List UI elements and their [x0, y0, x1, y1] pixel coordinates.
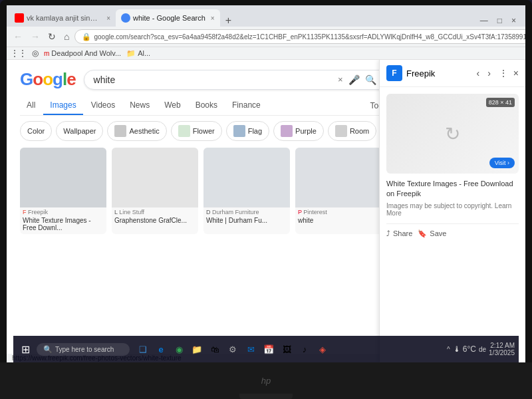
tab-google-search[interactable]: white - Google Search ×: [116, 9, 220, 27]
back-button[interactable]: ←: [11, 30, 25, 43]
chip-wallpaper[interactable]: Wallpaper: [56, 121, 103, 141]
youtube-tab-label: vk kamlaya anjit singh lyrics #v...: [27, 14, 101, 22]
tab-finance[interactable]: Finance: [225, 96, 267, 115]
lock-icon: 🔒: [82, 33, 91, 41]
panel-menu-button[interactable]: ⋮: [496, 66, 511, 80]
chip-purple-label: Purple: [295, 127, 317, 135]
chip-aesthetic[interactable]: Aesthetic: [107, 121, 166, 141]
freepik-logo-letter: F: [392, 68, 396, 78]
tab-books[interactable]: Books: [189, 96, 224, 115]
tab-news[interactable]: News: [123, 96, 156, 115]
panel-image-badge: 828 × 41: [486, 98, 515, 107]
search-box[interactable]: white × 🎤 🔍 🔍: [84, 70, 403, 90]
youtube-tab-close[interactable]: ×: [106, 15, 110, 22]
screen: vk kamlaya anjit singh lyrics #v... × wh…: [7, 5, 525, 362]
image-thumb-freepik: [20, 148, 106, 207]
image-title-freepik: White Texture Images - Free Downl...: [20, 215, 106, 234]
taskbar-icon-calendar[interactable]: 📅: [261, 341, 277, 357]
image-source-linestuff: L Line Stuff: [112, 207, 198, 215]
chip-flower[interactable]: Flower: [171, 121, 222, 141]
logo-o1: o: [33, 69, 43, 89]
chip-room-label: Room: [350, 127, 369, 135]
google-tab-label: white - Google Search: [133, 14, 205, 22]
linestuff-source-icon: L: [114, 209, 118, 215]
extensions-icon[interactable]: ◎: [32, 49, 39, 58]
start-button[interactable]: ⊞: [17, 340, 34, 358]
taskbar-icon-photos[interactable]: 🖼: [279, 341, 295, 357]
panel-save-button[interactable]: 🔖 Save: [418, 229, 446, 238]
side-panel-header: F Freepik ‹ › ⋮ ×: [380, 60, 525, 87]
bookmark-deadpool[interactable]: m Deadpool And Wolv...: [44, 49, 121, 57]
panel-subdescription: Images may be subject to copyright. Lear…: [386, 202, 519, 217]
new-tab-button[interactable]: +: [220, 15, 237, 27]
weather-temp: 6°C: [463, 344, 476, 354]
image-source-pinterest: P Pinterest: [295, 207, 382, 215]
logo-g2: g: [53, 69, 63, 89]
system-tray-show[interactable]: ^: [447, 346, 450, 353]
monitor-bottom: hp: [0, 362, 532, 399]
chip-color-label: Color: [27, 127, 45, 135]
clock-area[interactable]: 2:12 AM 1/3/2025: [489, 342, 515, 356]
image-card-linestuff[interactable]: L Line Stuff Graphenstone GrafCle...: [112, 148, 198, 234]
bookmark-al[interactable]: 📁 Al...: [126, 49, 150, 58]
lens-icon[interactable]: 🔍: [365, 74, 376, 85]
maximize-button[interactable]: □: [493, 15, 506, 27]
google-tab-icon: [121, 13, 130, 23]
bookmark-al-label: Al...: [138, 49, 150, 57]
home-button[interactable]: ⌂: [61, 30, 72, 43]
bookmark-deadpool-icon: m: [44, 50, 49, 57]
close-window-button[interactable]: ×: [507, 15, 520, 27]
image-card-pinterest[interactable]: P Pinterest white: [295, 148, 382, 234]
taskbar-icon-music[interactable]: ♪: [297, 341, 313, 357]
panel-share-button[interactable]: ⤴ Share: [386, 229, 412, 238]
image-title-durham: White | Durham Fu...: [203, 215, 290, 227]
panel-close-button[interactable]: ×: [513, 68, 519, 78]
search-clear-button[interactable]: ×: [338, 74, 343, 84]
image-card-freepik[interactable]: F Freepik White Texture Images - Free Do…: [20, 148, 106, 234]
apps-icon[interactable]: ⋮⋮: [11, 49, 27, 58]
save-label: Save: [430, 229, 446, 237]
microphone-icon[interactable]: 🎤: [348, 74, 360, 85]
tab-videos[interactable]: Videos: [84, 96, 122, 115]
chip-color[interactable]: Color: [20, 121, 52, 141]
language-icon: de: [479, 346, 486, 353]
taskbar-icon-edge[interactable]: e: [153, 341, 169, 357]
panel-prev-button[interactable]: ‹: [473, 66, 482, 80]
image-card-durham[interactable]: D Durham Furniture White | Durham Fu...: [203, 148, 290, 234]
window-controls: — □ ×: [476, 15, 523, 27]
monitor-bezel: vk kamlaya anjit singh lyrics #v... × wh…: [0, 0, 532, 399]
panel-actions: ‹ › ⋮ ×: [473, 66, 519, 80]
taskbar-icons: ❑ e ◉ 📁 🛍 ⚙ ✉ 📅 🖼 ♪ ◈: [135, 341, 331, 357]
chip-flag[interactable]: Flag: [226, 121, 269, 141]
panel-source-title: Freepik: [406, 68, 469, 78]
taskbar-icon-task-view[interactable]: ❑: [135, 341, 151, 357]
taskbar-icon-settings[interactable]: ⚙: [225, 341, 241, 357]
image-source-freepik: F Freepik: [20, 207, 106, 215]
taskbar-search[interactable]: 🔍 Type here to search: [37, 343, 130, 356]
taskbar-icon-mail[interactable]: ✉: [243, 341, 259, 357]
taskbar-icon-store[interactable]: 🛍: [207, 341, 223, 357]
monitor-stand: [239, 394, 293, 399]
panel-visit-button[interactable]: Visit ›: [489, 158, 515, 168]
address-input[interactable]: 🔒 google.com/search?sca_esv=6a4aa9458f2a…: [74, 29, 525, 44]
tab-web[interactable]: Web: [158, 96, 187, 115]
chip-room[interactable]: Room: [328, 121, 376, 141]
tab-youtube[interactable]: vk kamlaya anjit singh lyrics #v... ×: [9, 9, 116, 27]
taskbar-icon-browser2[interactable]: ◈: [315, 341, 331, 357]
browser-window: vk kamlaya anjit singh lyrics #v... × wh…: [7, 5, 525, 362]
tab-images[interactable]: Images: [43, 96, 82, 115]
chip-flag-label: Flag: [248, 127, 262, 135]
tab-all[interactable]: All: [20, 96, 42, 115]
google-tab-close[interactable]: ×: [211, 15, 215, 22]
panel-description: White Texture Images - Free Download on …: [386, 179, 519, 200]
minimize-button[interactable]: —: [476, 15, 492, 27]
taskbar-icon-chrome[interactable]: ◉: [171, 341, 187, 357]
image-thumb-pinterest: [295, 148, 382, 207]
taskbar-icon-explorer[interactable]: 📁: [189, 341, 205, 357]
panel-next-button[interactable]: ›: [485, 66, 493, 80]
forward-button[interactable]: →: [28, 30, 43, 43]
chip-purple[interactable]: Purple: [273, 121, 324, 141]
chip-flower-label: Flower: [193, 127, 215, 135]
share-icon: ⤴: [386, 229, 390, 237]
refresh-button[interactable]: ↻: [45, 30, 59, 43]
